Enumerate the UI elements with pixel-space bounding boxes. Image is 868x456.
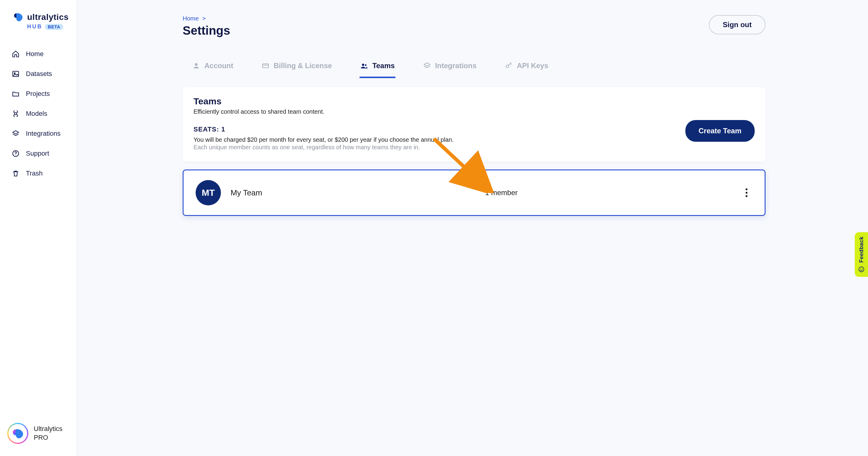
teams-card-desc: Efficiently control access to shared tea… (193, 108, 454, 115)
sidebar-item-trash[interactable]: Trash (3, 164, 73, 182)
sidebar-item-home[interactable]: Home (3, 45, 73, 63)
sidebar-item-support[interactable]: Support (3, 144, 73, 163)
user-plan: PRO (34, 433, 62, 442)
folder-icon (11, 90, 20, 98)
svg-point-15 (860, 268, 861, 269)
page-title: Settings (183, 24, 230, 37)
more-vertical-icon (745, 188, 748, 197)
team-row[interactable]: MT My Team 1 member (183, 170, 766, 216)
tab-api-keys[interactable]: API Keys (504, 58, 549, 78)
sidebar-item-models[interactable]: Models (3, 105, 73, 123)
brand-badge: BETA (45, 24, 63, 30)
tab-teams[interactable]: Teams (360, 58, 395, 78)
svg-point-13 (746, 195, 747, 197)
sidebar-item-label: Models (26, 110, 47, 118)
image-icon (11, 70, 20, 78)
tab-billing[interactable]: Billing & License (261, 58, 333, 78)
settings-tabs: Account Billing & License Teams Integrat… (183, 58, 766, 78)
command-icon (11, 110, 20, 118)
team-name: My Team (230, 188, 262, 198)
sidebar-item-label: Datasets (26, 70, 52, 78)
sidebar-item-label: Support (26, 150, 49, 158)
user-name: Ultralytics (34, 425, 62, 433)
teams-card: Teams Efficiently control access to shar… (183, 87, 766, 162)
sidebar-item-label: Integrations (26, 130, 61, 138)
create-team-button[interactable]: Create Team (685, 120, 755, 142)
help-circle-icon (11, 149, 20, 158)
team-more-button[interactable] (741, 187, 752, 199)
home-icon (11, 50, 20, 58)
svg-point-8 (362, 64, 364, 66)
sidebar-nav: Home Datasets Projects Models Integratio… (0, 45, 76, 182)
smile-icon (858, 266, 865, 273)
tab-label: Integrations (435, 61, 476, 70)
breadcrumb-home-link[interactable]: Home (183, 15, 198, 22)
tab-account[interactable]: Account (192, 58, 234, 78)
feedback-tab[interactable]: Feedback (855, 232, 868, 277)
main-content: Home > Settings Sign out Account Billing… (77, 0, 868, 456)
brand-mark-icon (13, 12, 24, 22)
breadcrumb-separator: > (202, 15, 206, 22)
svg-point-10 (506, 65, 509, 68)
sidebar: ultralytics HUB BETA Home Datasets Proje… (0, 0, 77, 456)
sidebar-item-datasets[interactable]: Datasets (3, 65, 73, 83)
seats-note: Each unique member counts as one seat, r… (193, 144, 454, 151)
team-avatar: MT (195, 180, 221, 205)
sidebar-item-integrations[interactable]: Integrations (3, 124, 73, 143)
svg-rect-7 (262, 64, 269, 68)
trash-icon (11, 169, 20, 178)
sidebar-user[interactable]: Ultralytics PRO (0, 414, 76, 456)
tab-label: Teams (372, 61, 395, 70)
tab-label: Account (204, 61, 233, 70)
teams-card-title: Teams (193, 96, 454, 107)
user-avatar (7, 423, 28, 444)
brand-logo: ultralytics HUB BETA (0, 0, 76, 33)
breadcrumb: Home > (183, 15, 230, 22)
tab-label: API Keys (517, 61, 548, 70)
tab-integrations[interactable]: Integrations (423, 58, 477, 78)
svg-point-6 (195, 63, 198, 66)
seats-label: SEATS: 1 (193, 125, 454, 133)
brand-sub: HUB (27, 24, 42, 30)
signout-button[interactable]: Sign out (709, 15, 766, 34)
brand-name: ultralytics (27, 12, 69, 22)
seats-pricing: You will be charged $20 per month for ev… (193, 136, 454, 143)
tab-label: Billing & License (274, 61, 332, 70)
svg-point-12 (746, 192, 747, 194)
svg-point-9 (365, 64, 367, 66)
layers-icon (11, 130, 20, 138)
sidebar-item-label: Projects (26, 90, 50, 98)
team-member-count: 1 member (485, 189, 518, 197)
sidebar-item-label: Trash (26, 170, 42, 177)
svg-point-16 (862, 268, 863, 269)
feedback-label: Feedback (858, 236, 865, 263)
sidebar-item-projects[interactable]: Projects (3, 85, 73, 103)
svg-point-11 (746, 189, 747, 190)
svg-point-4 (16, 155, 16, 155)
sidebar-item-label: Home (26, 50, 44, 58)
svg-point-14 (859, 266, 864, 272)
